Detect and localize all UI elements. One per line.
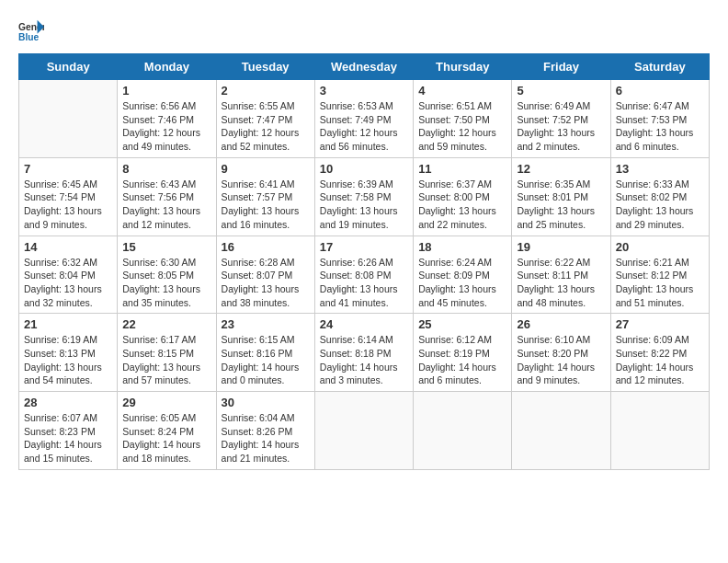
week-row-4: 28Sunrise: 6:07 AM Sunset: 8:23 PM Dayli… xyxy=(19,392,710,470)
day-info: Sunrise: 6:45 AM Sunset: 7:54 PM Dayligh… xyxy=(24,178,112,232)
day-number: 7 xyxy=(24,162,112,176)
day-header-sunday: Sunday xyxy=(19,54,118,80)
day-number: 2 xyxy=(222,84,310,98)
day-number: 4 xyxy=(418,84,506,98)
day-info: Sunrise: 6:47 AM Sunset: 7:53 PM Dayligh… xyxy=(616,99,704,154)
day-info: Sunrise: 6:30 AM Sunset: 8:05 PM Dayligh… xyxy=(122,256,210,310)
calendar-cell: 23Sunrise: 6:15 AM Sunset: 8:16 PM Dayli… xyxy=(216,314,314,392)
day-header-saturday: Saturday xyxy=(610,54,709,80)
calendar-cell: 8Sunrise: 6:43 AM Sunset: 7:56 PM Daylig… xyxy=(118,157,216,236)
week-row-3: 21Sunrise: 6:19 AM Sunset: 8:13 PM Dayli… xyxy=(19,314,710,392)
day-info: Sunrise: 6:24 AM Sunset: 8:09 PM Dayligh… xyxy=(418,256,506,310)
calendar-cell: 22Sunrise: 6:17 AM Sunset: 8:15 PM Dayli… xyxy=(118,314,216,392)
day-number: 12 xyxy=(517,162,605,176)
day-info: Sunrise: 6:15 AM Sunset: 8:16 PM Dayligh… xyxy=(222,333,310,387)
day-header-monday: Monday xyxy=(118,54,216,80)
calendar-cell: 15Sunrise: 6:30 AM Sunset: 8:05 PM Dayli… xyxy=(118,236,216,314)
day-number: 28 xyxy=(24,396,112,409)
day-header-friday: Friday xyxy=(512,54,610,80)
calendar-cell: 27Sunrise: 6:09 AM Sunset: 8:22 PM Dayli… xyxy=(610,314,709,392)
day-info: Sunrise: 6:17 AM Sunset: 8:15 PM Dayligh… xyxy=(122,333,210,387)
calendar-cell: 5Sunrise: 6:49 AM Sunset: 7:52 PM Daylig… xyxy=(512,80,610,158)
svg-text:Blue: Blue xyxy=(18,32,40,42)
calendar-cell xyxy=(19,80,118,158)
day-number: 16 xyxy=(222,240,310,254)
day-info: Sunrise: 6:41 AM Sunset: 7:57 PM Dayligh… xyxy=(222,178,310,232)
day-info: Sunrise: 6:56 AM Sunset: 7:46 PM Dayligh… xyxy=(122,99,210,154)
week-row-1: 7Sunrise: 6:45 AM Sunset: 7:54 PM Daylig… xyxy=(19,157,710,236)
day-number: 5 xyxy=(517,84,605,98)
calendar-cell xyxy=(610,392,709,470)
calendar-cell: 3Sunrise: 6:53 AM Sunset: 7:49 PM Daylig… xyxy=(314,80,413,158)
day-info: Sunrise: 6:33 AM Sunset: 8:02 PM Dayligh… xyxy=(616,178,704,232)
day-info: Sunrise: 6:35 AM Sunset: 8:01 PM Dayligh… xyxy=(517,178,605,232)
calendar-cell: 7Sunrise: 6:45 AM Sunset: 7:54 PM Daylig… xyxy=(19,157,118,236)
day-info: Sunrise: 6:12 AM Sunset: 8:19 PM Dayligh… xyxy=(418,333,506,387)
calendar-cell xyxy=(512,392,610,470)
header: General Blue xyxy=(18,18,710,44)
day-info: Sunrise: 6:26 AM Sunset: 8:08 PM Dayligh… xyxy=(320,256,408,310)
day-header-wednesday: Wednesday xyxy=(314,54,413,80)
calendar-cell: 29Sunrise: 6:05 AM Sunset: 8:24 PM Dayli… xyxy=(118,392,216,470)
day-number: 8 xyxy=(122,162,210,176)
calendar-cell: 21Sunrise: 6:19 AM Sunset: 8:13 PM Dayli… xyxy=(19,314,118,392)
day-number: 15 xyxy=(122,240,210,254)
calendar-cell: 1Sunrise: 6:56 AM Sunset: 7:46 PM Daylig… xyxy=(118,80,216,158)
day-info: Sunrise: 6:37 AM Sunset: 8:00 PM Dayligh… xyxy=(418,178,506,232)
day-info: Sunrise: 6:39 AM Sunset: 7:58 PM Dayligh… xyxy=(320,178,408,232)
calendar-cell: 12Sunrise: 6:35 AM Sunset: 8:01 PM Dayli… xyxy=(512,157,610,236)
calendar-cell: 28Sunrise: 6:07 AM Sunset: 8:23 PM Dayli… xyxy=(19,392,118,470)
day-number: 3 xyxy=(320,84,408,98)
day-info: Sunrise: 6:07 AM Sunset: 8:23 PM Dayligh… xyxy=(24,411,112,465)
calendar-cell: 10Sunrise: 6:39 AM Sunset: 7:58 PM Dayli… xyxy=(314,157,413,236)
calendar-cell xyxy=(414,392,512,470)
calendar-cell: 16Sunrise: 6:28 AM Sunset: 8:07 PM Dayli… xyxy=(216,236,314,314)
calendar-cell: 2Sunrise: 6:55 AM Sunset: 7:47 PM Daylig… xyxy=(216,80,314,158)
day-number: 30 xyxy=(222,396,310,409)
calendar-cell: 19Sunrise: 6:22 AM Sunset: 8:11 PM Dayli… xyxy=(512,236,610,314)
day-info: Sunrise: 6:28 AM Sunset: 8:07 PM Dayligh… xyxy=(222,256,310,310)
day-header-tuesday: Tuesday xyxy=(216,54,314,80)
logo-icon: General Blue xyxy=(18,18,44,44)
calendar-cell: 14Sunrise: 6:32 AM Sunset: 8:04 PM Dayli… xyxy=(19,236,118,314)
day-number: 19 xyxy=(517,240,605,254)
calendar-cell: 11Sunrise: 6:37 AM Sunset: 8:00 PM Dayli… xyxy=(414,157,512,236)
calendar-cell xyxy=(314,392,413,470)
calendar-cell: 4Sunrise: 6:51 AM Sunset: 7:50 PM Daylig… xyxy=(414,80,512,158)
day-info: Sunrise: 6:43 AM Sunset: 7:56 PM Dayligh… xyxy=(122,178,210,232)
day-number: 13 xyxy=(616,162,704,176)
day-number: 22 xyxy=(122,317,210,331)
day-number: 1 xyxy=(122,84,210,98)
day-info: Sunrise: 6:14 AM Sunset: 8:18 PM Dayligh… xyxy=(320,333,408,387)
calendar-cell: 30Sunrise: 6:04 AM Sunset: 8:26 PM Dayli… xyxy=(216,392,314,470)
day-info: Sunrise: 6:04 AM Sunset: 8:26 PM Dayligh… xyxy=(222,411,310,465)
calendar-body: 1Sunrise: 6:56 AM Sunset: 7:46 PM Daylig… xyxy=(19,80,710,470)
day-info: Sunrise: 6:51 AM Sunset: 7:50 PM Dayligh… xyxy=(418,99,506,154)
day-number: 24 xyxy=(320,317,408,331)
day-number: 11 xyxy=(418,162,506,176)
day-info: Sunrise: 6:09 AM Sunset: 8:22 PM Dayligh… xyxy=(616,333,704,387)
day-number: 20 xyxy=(616,240,704,254)
day-info: Sunrise: 6:05 AM Sunset: 8:24 PM Dayligh… xyxy=(122,411,210,465)
day-number: 21 xyxy=(24,317,112,331)
day-info: Sunrise: 6:21 AM Sunset: 8:12 PM Dayligh… xyxy=(616,256,704,310)
day-number: 14 xyxy=(24,240,112,254)
day-number: 9 xyxy=(222,162,310,176)
day-number: 23 xyxy=(222,317,310,331)
calendar-cell: 6Sunrise: 6:47 AM Sunset: 7:53 PM Daylig… xyxy=(610,80,709,158)
calendar-cell: 18Sunrise: 6:24 AM Sunset: 8:09 PM Dayli… xyxy=(414,236,512,314)
day-info: Sunrise: 6:53 AM Sunset: 7:49 PM Dayligh… xyxy=(320,99,408,154)
day-number: 27 xyxy=(616,317,704,331)
day-number: 6 xyxy=(616,84,704,98)
calendar-cell: 26Sunrise: 6:10 AM Sunset: 8:20 PM Dayli… xyxy=(512,314,610,392)
calendar: SundayMondayTuesdayWednesdayThursdayFrid… xyxy=(18,53,710,470)
calendar-cell: 13Sunrise: 6:33 AM Sunset: 8:02 PM Dayli… xyxy=(610,157,709,236)
calendar-cell: 25Sunrise: 6:12 AM Sunset: 8:19 PM Dayli… xyxy=(414,314,512,392)
day-info: Sunrise: 6:32 AM Sunset: 8:04 PM Dayligh… xyxy=(24,256,112,310)
day-number: 17 xyxy=(320,240,408,254)
day-info: Sunrise: 6:10 AM Sunset: 8:20 PM Dayligh… xyxy=(517,333,605,387)
days-header-row: SundayMondayTuesdayWednesdayThursdayFrid… xyxy=(19,54,710,80)
calendar-cell: 24Sunrise: 6:14 AM Sunset: 8:18 PM Dayli… xyxy=(314,314,413,392)
day-info: Sunrise: 6:49 AM Sunset: 7:52 PM Dayligh… xyxy=(517,99,605,154)
calendar-cell: 9Sunrise: 6:41 AM Sunset: 7:57 PM Daylig… xyxy=(216,157,314,236)
